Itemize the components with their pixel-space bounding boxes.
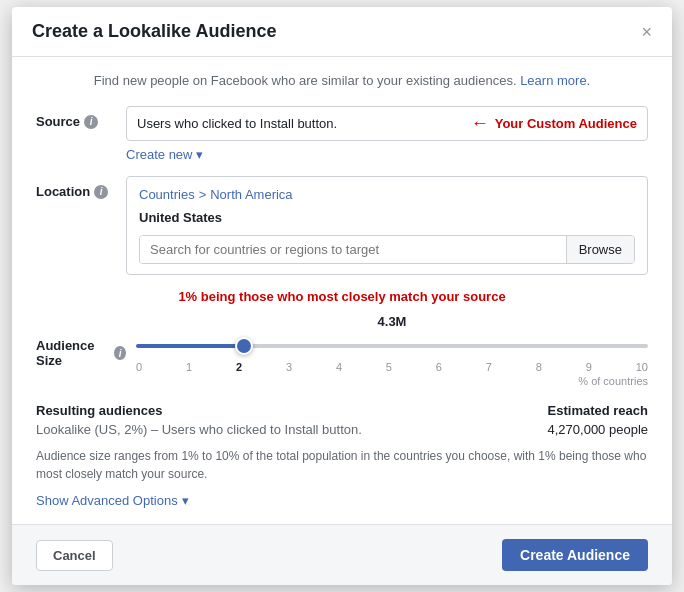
location-info-icon[interactable]: i	[94, 185, 108, 199]
custom-audience-label: Your Custom Audience	[495, 116, 637, 131]
slider-value-display: 4.3M	[136, 314, 648, 329]
location-breadcrumb: Countries > North America	[139, 187, 635, 202]
tip-text: 1% being those who most closely match yo…	[36, 289, 648, 304]
modal-header: Create a Lookalike Audience ×	[12, 7, 672, 57]
audience-size-slider[interactable]	[136, 344, 648, 348]
arrow-label: ← Your Custom Audience	[471, 113, 637, 134]
source-input-text: Users who clicked to Install button.	[137, 116, 463, 131]
description-text: Find new people on Facebook who are simi…	[36, 73, 648, 88]
location-content: Countries > North America United States …	[126, 176, 648, 275]
learn-more-link[interactable]: Learn more.	[520, 73, 590, 88]
resulting-audience-value: Lookalike (US, 2%) – Users who clicked t…	[36, 422, 362, 437]
create-audience-button[interactable]: Create Audience	[502, 539, 648, 571]
breadcrumb-countries-link[interactable]: Countries	[139, 187, 195, 202]
breadcrumb-region[interactable]: North America	[210, 187, 292, 202]
resulting-values-row: Lookalike (US, 2%) – Users who clicked t…	[36, 422, 648, 437]
advanced-options-link[interactable]: Show Advanced Options ▾	[36, 493, 189, 508]
slider-section: Audience Size i 4.3M 0 1 2 3 4 5	[36, 314, 648, 387]
location-search-row: Browse	[139, 235, 635, 264]
location-label: Location i	[36, 176, 126, 199]
resulting-label: Resulting audiences	[36, 403, 162, 418]
slider-col: 4.3M 0 1 2 3 4 5 6 7 8 9	[136, 314, 648, 387]
source-content: Users who clicked to Install button. ← Y…	[126, 106, 648, 162]
create-new-link[interactable]: Create new ▾	[126, 147, 203, 162]
source-info-icon[interactable]: i	[84, 115, 98, 129]
arrow-icon: ←	[471, 113, 489, 134]
slider-ticks: 0 1 2 3 4 5 6 7 8 9 10	[136, 361, 648, 373]
cancel-button[interactable]: Cancel	[36, 540, 113, 571]
audience-size-info-icon[interactable]: i	[114, 346, 126, 360]
estimated-reach-label: Estimated reach	[548, 403, 648, 418]
location-search-input[interactable]	[140, 236, 566, 263]
modal-footer: Cancel Create Audience	[12, 524, 672, 585]
resulting-section: Resulting audiences Estimated reach Look…	[36, 403, 648, 508]
modal-title: Create a Lookalike Audience	[32, 21, 276, 42]
location-selected-country: United States	[139, 210, 635, 225]
slider-wrapper	[136, 335, 648, 357]
close-button[interactable]: ×	[641, 23, 652, 41]
source-label: Source i	[36, 106, 126, 129]
location-row: Location i Countries > North America Uni…	[36, 176, 648, 275]
source-row: Source i Users who clicked to Install bu…	[36, 106, 648, 162]
source-input-wrapper: Users who clicked to Install button. ← Y…	[126, 106, 648, 141]
estimated-reach-value: 4,270,000 people	[548, 422, 648, 437]
resulting-row: Resulting audiences Estimated reach	[36, 403, 648, 418]
modal-container: Create a Lookalike Audience × Find new p…	[12, 7, 672, 585]
browse-button[interactable]: Browse	[566, 236, 634, 263]
percentage-label: % of countries	[136, 375, 648, 387]
audience-size-section: 1% being those who most closely match yo…	[36, 289, 648, 508]
audience-size-label: Audience Size i	[36, 314, 126, 368]
note-text: Audience size ranges from 1% to 10% of t…	[36, 447, 648, 483]
location-box: Countries > North America United States …	[126, 176, 648, 275]
modal-body: Find new people on Facebook who are simi…	[12, 57, 672, 524]
breadcrumb-separator: >	[199, 187, 207, 202]
